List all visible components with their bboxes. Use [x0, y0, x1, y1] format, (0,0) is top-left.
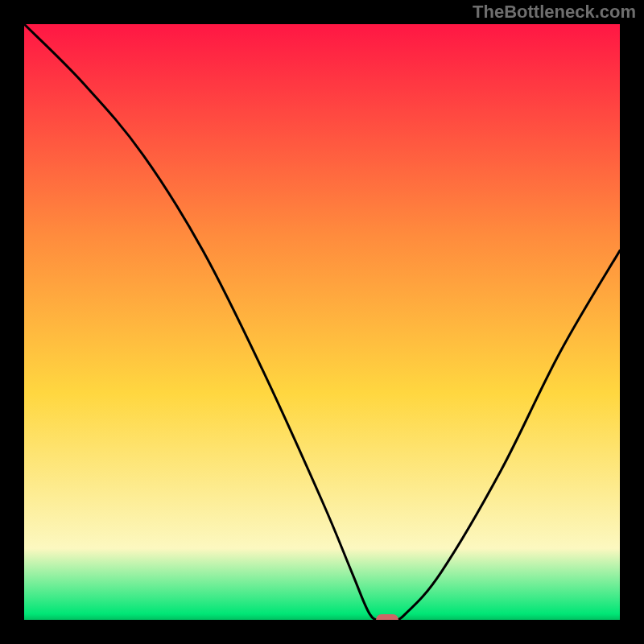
- optimal-point-marker: [376, 614, 398, 620]
- attribution-text: TheBottleneck.com: [473, 2, 636, 23]
- chart-container: TheBottleneck.com: [0, 0, 644, 644]
- bottleneck-curve: [24, 24, 620, 620]
- plot-area: [24, 24, 620, 620]
